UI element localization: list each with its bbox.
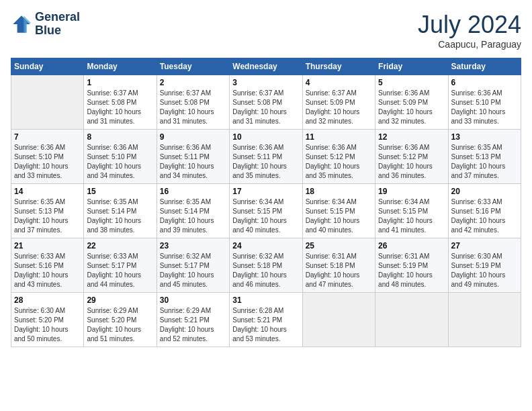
weekday-header-saturday: Saturday: [448, 58, 521, 75]
calendar-cell: 2Sunrise: 6:37 AMSunset: 5:08 PMDaylight…: [157, 75, 229, 130]
calendar-table: SundayMondayTuesdayWednesdayThursdayFrid…: [11, 58, 521, 347]
day-info: Sunrise: 6:37 AMSunset: 5:08 PMDaylight:…: [232, 89, 299, 126]
day-number: 13: [451, 132, 518, 142]
day-info: Sunrise: 6:37 AMSunset: 5:08 PMDaylight:…: [160, 89, 226, 126]
weekday-header-row: SundayMondayTuesdayWednesdayThursdayFrid…: [11, 58, 521, 75]
calendar-cell: 8Sunrise: 6:36 AMSunset: 5:10 PMDaylight…: [84, 130, 157, 184]
calendar-cell: [302, 293, 375, 347]
day-info: Sunrise: 6:37 AMSunset: 5:09 PMDaylight:…: [306, 89, 372, 126]
day-number: 10: [232, 132, 299, 142]
logo: General Blue: [11, 11, 80, 38]
month-title: July 2024: [418, 11, 521, 39]
day-info: Sunrise: 6:35 AMSunset: 5:14 PMDaylight:…: [160, 197, 226, 235]
day-info: Sunrise: 6:36 AMSunset: 5:11 PMDaylight:…: [232, 143, 299, 181]
logo-text: General Blue: [35, 11, 80, 38]
calendar-cell: 23Sunrise: 6:32 AMSunset: 5:17 PMDayligh…: [157, 238, 229, 293]
calendar-cell: [375, 293, 448, 347]
day-number: 28: [14, 295, 81, 305]
calendar-cell: 12Sunrise: 6:36 AMSunset: 5:12 PMDayligh…: [375, 130, 448, 184]
day-info: Sunrise: 6:32 AMSunset: 5:17 PMDaylight:…: [160, 252, 226, 289]
day-info: Sunrise: 6:35 AMSunset: 5:14 PMDaylight:…: [87, 197, 153, 235]
day-info: Sunrise: 6:32 AMSunset: 5:18 PMDaylight:…: [232, 252, 299, 289]
day-number: 24: [232, 241, 299, 250]
day-number: 12: [378, 132, 445, 142]
day-info: Sunrise: 6:34 AMSunset: 5:15 PMDaylight:…: [306, 197, 372, 235]
day-info: Sunrise: 6:33 AMSunset: 5:17 PMDaylight:…: [87, 252, 153, 289]
weekday-header-thursday: Thursday: [302, 58, 375, 75]
day-info: Sunrise: 6:37 AMSunset: 5:08 PMDaylight:…: [87, 89, 153, 126]
weekday-header-tuesday: Tuesday: [157, 58, 229, 75]
day-number: 2: [160, 78, 226, 87]
weekday-header-wednesday: Wednesday: [230, 58, 302, 75]
day-info: Sunrise: 6:31 AMSunset: 5:19 PMDaylight:…: [378, 252, 445, 289]
day-info: Sunrise: 6:34 AMSunset: 5:15 PMDaylight:…: [378, 197, 445, 235]
day-number: 8: [87, 132, 153, 142]
calendar-cell: 27Sunrise: 6:30 AMSunset: 5:19 PMDayligh…: [448, 238, 521, 293]
calendar-cell: 30Sunrise: 6:29 AMSunset: 5:21 PMDayligh…: [157, 293, 229, 347]
day-number: 30: [160, 295, 226, 305]
calendar-cell: 31Sunrise: 6:28 AMSunset: 5:21 PMDayligh…: [230, 293, 302, 347]
calendar-cell: 3Sunrise: 6:37 AMSunset: 5:08 PMDaylight…: [230, 75, 302, 130]
day-number: 20: [451, 187, 518, 196]
calendar-cell: 16Sunrise: 6:35 AMSunset: 5:14 PMDayligh…: [157, 184, 229, 238]
calendar-cell: [11, 75, 84, 130]
day-info: Sunrise: 6:30 AMSunset: 5:19 PMDaylight:…: [451, 252, 518, 289]
day-number: 4: [306, 78, 372, 87]
day-number: 17: [232, 187, 299, 196]
calendar-week-row: 14Sunrise: 6:35 AMSunset: 5:13 PMDayligh…: [11, 184, 521, 238]
logo-icon: [11, 13, 32, 35]
day-number: 3: [232, 78, 299, 87]
day-number: 31: [232, 295, 299, 305]
day-number: 18: [306, 187, 372, 196]
svg-marker-0: [13, 15, 30, 33]
day-info: Sunrise: 6:36 AMSunset: 5:09 PMDaylight:…: [378, 89, 445, 126]
calendar-cell: 6Sunrise: 6:36 AMSunset: 5:10 PMDaylight…: [448, 75, 521, 130]
day-number: 9: [160, 132, 226, 142]
calendar-cell: 13Sunrise: 6:35 AMSunset: 5:13 PMDayligh…: [448, 130, 521, 184]
weekday-header-friday: Friday: [375, 58, 448, 75]
day-number: 5: [378, 78, 445, 87]
day-number: 11: [306, 132, 372, 142]
day-info: Sunrise: 6:36 AMSunset: 5:12 PMDaylight:…: [378, 143, 445, 181]
day-number: 29: [87, 295, 153, 305]
day-info: Sunrise: 6:36 AMSunset: 5:10 PMDaylight:…: [451, 89, 518, 126]
day-info: Sunrise: 6:29 AMSunset: 5:21 PMDaylight:…: [160, 306, 226, 344]
day-info: Sunrise: 6:29 AMSunset: 5:20 PMDaylight:…: [87, 306, 153, 344]
calendar-cell: 22Sunrise: 6:33 AMSunset: 5:17 PMDayligh…: [84, 238, 157, 293]
day-number: 26: [378, 241, 445, 250]
calendar-week-row: 21Sunrise: 6:33 AMSunset: 5:16 PMDayligh…: [11, 238, 521, 293]
day-number: 7: [14, 132, 81, 142]
calendar-cell: 25Sunrise: 6:31 AMSunset: 5:18 PMDayligh…: [302, 238, 375, 293]
day-number: 23: [160, 241, 226, 250]
day-number: 19: [378, 187, 445, 196]
day-info: Sunrise: 6:30 AMSunset: 5:20 PMDaylight:…: [14, 306, 81, 344]
day-info: Sunrise: 6:33 AMSunset: 5:16 PMDaylight:…: [451, 197, 518, 235]
calendar-cell: 1Sunrise: 6:37 AMSunset: 5:08 PMDaylight…: [84, 75, 157, 130]
day-number: 1: [87, 78, 153, 87]
weekday-header-monday: Monday: [84, 58, 157, 75]
day-info: Sunrise: 6:34 AMSunset: 5:15 PMDaylight:…: [232, 197, 299, 235]
day-info: Sunrise: 6:36 AMSunset: 5:10 PMDaylight:…: [87, 143, 153, 181]
day-number: 6: [451, 78, 518, 87]
day-number: 16: [160, 187, 226, 196]
day-info: Sunrise: 6:28 AMSunset: 5:21 PMDaylight:…: [232, 306, 299, 344]
day-number: 15: [87, 187, 153, 196]
day-number: 25: [306, 241, 372, 250]
calendar-cell: 7Sunrise: 6:36 AMSunset: 5:10 PMDaylight…: [11, 130, 84, 184]
calendar-cell: 9Sunrise: 6:36 AMSunset: 5:11 PMDaylight…: [157, 130, 229, 184]
calendar-cell: 24Sunrise: 6:32 AMSunset: 5:18 PMDayligh…: [230, 238, 302, 293]
day-number: 27: [451, 241, 518, 250]
calendar-cell: 20Sunrise: 6:33 AMSunset: 5:16 PMDayligh…: [448, 184, 521, 238]
calendar-cell: 21Sunrise: 6:33 AMSunset: 5:16 PMDayligh…: [11, 238, 84, 293]
calendar-week-row: 7Sunrise: 6:36 AMSunset: 5:10 PMDaylight…: [11, 130, 521, 184]
calendar-cell: 18Sunrise: 6:34 AMSunset: 5:15 PMDayligh…: [302, 184, 375, 238]
calendar-cell: 29Sunrise: 6:29 AMSunset: 5:20 PMDayligh…: [84, 293, 157, 347]
calendar-cell: 5Sunrise: 6:36 AMSunset: 5:09 PMDaylight…: [375, 75, 448, 130]
day-info: Sunrise: 6:31 AMSunset: 5:18 PMDaylight:…: [306, 252, 372, 289]
calendar-cell: 17Sunrise: 6:34 AMSunset: 5:15 PMDayligh…: [230, 184, 302, 238]
calendar-week-row: 28Sunrise: 6:30 AMSunset: 5:20 PMDayligh…: [11, 293, 521, 347]
day-info: Sunrise: 6:36 AMSunset: 5:10 PMDaylight:…: [14, 143, 81, 181]
day-info: Sunrise: 6:35 AMSunset: 5:13 PMDaylight:…: [14, 197, 81, 235]
day-info: Sunrise: 6:33 AMSunset: 5:16 PMDaylight:…: [14, 252, 81, 289]
calendar-cell: 14Sunrise: 6:35 AMSunset: 5:13 PMDayligh…: [11, 184, 84, 238]
